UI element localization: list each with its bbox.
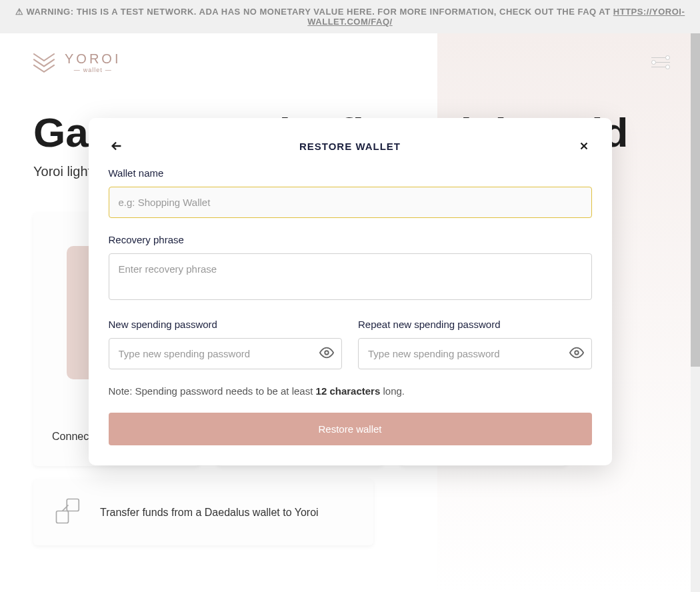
restore-wallet-modal: RESTORE WALLET Wallet name Recovery phra… [89,118,612,465]
wallet-name-input[interactable] [109,187,592,218]
close-button[interactable] [576,138,592,154]
svg-point-4 [575,351,579,355]
wallet-name-label: Wallet name [109,167,592,179]
recovery-phrase-input[interactable] [109,253,592,300]
repeat-password-label: Repeat new spending password [358,319,592,330]
svg-point-3 [325,351,329,355]
new-password-label: New spending password [109,319,343,330]
toggle-password-visibility[interactable] [319,345,334,363]
recovery-phrase-label: Recovery phrase [109,234,592,245]
repeat-password-input[interactable] [358,338,592,369]
modal-title: RESTORE WALLET [299,141,401,152]
password-note: Note: Spending password needs to be at l… [109,385,592,397]
back-button[interactable] [109,138,125,154]
restore-wallet-button[interactable]: Restore wallet [109,413,592,445]
new-password-input[interactable] [109,338,343,369]
toggle-password-visibility[interactable] [569,345,584,363]
